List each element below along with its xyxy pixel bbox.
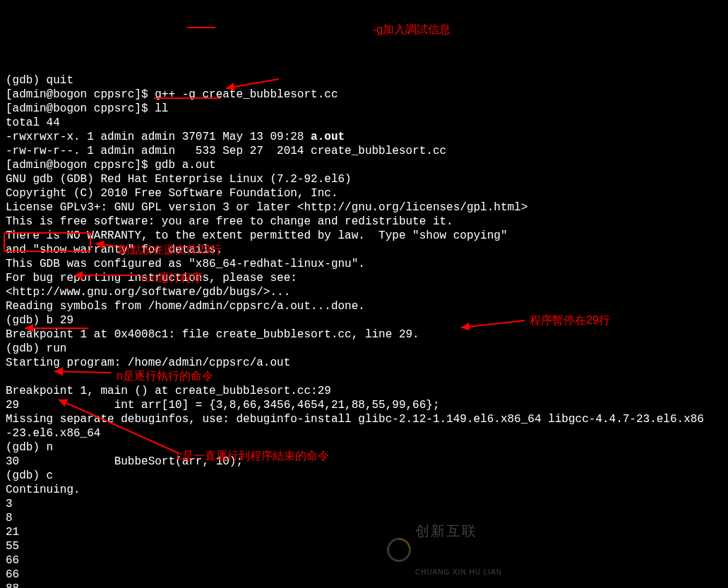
- line: Breakpoint 1, main () at create_bubbleso…: [6, 385, 331, 397]
- line: There is NO WARRANTY, to the extent perm…: [6, 229, 508, 242]
- underline-gflag: [187, 27, 215, 28]
- line: Breakpoint 1 at 0x4008c1: file create_bu…: [6, 328, 419, 341]
- terminal-output[interactable]: (gdb) quit [admin@bogon cppsrc]$ g++ -g …: [0, 56, 728, 588]
- line: total 44: [6, 116, 60, 129]
- command: ll: [155, 102, 168, 115]
- annotation-g-flag: -g加入調試信息: [373, 23, 450, 37]
- prompt: [admin@bogon cppsrc]$: [6, 102, 155, 115]
- output-value: 88: [6, 582, 19, 588]
- line: This GDB was configured as "x86_64-redha…: [6, 258, 365, 270]
- line: GNU gdb (GDB) Red Hat Enterprise Linux (…: [6, 173, 352, 186]
- line: <http://www.gnu.org/software/gdb/bugs/>.…: [6, 286, 290, 299]
- annotation-c-continue: c是一直運行到程序結束的命令: [177, 449, 329, 463]
- line: Missing separate debuginfos, use: debugi…: [6, 413, 704, 426]
- line: This is free software: you are free to c…: [6, 215, 453, 228]
- line: (gdb) quit: [6, 74, 73, 87]
- output-value: 66: [6, 568, 19, 581]
- command: g++ -g create_bubblesort.cc: [155, 88, 338, 101]
- filename-aout: a.out: [311, 131, 345, 143]
- line: -rwxrwxr-x. 1 admin admin 37071 May 13 0…: [6, 131, 311, 143]
- annotation-n-step: n是逐行執行的命令: [117, 369, 213, 383]
- line: License GPLv3+: GNU GPL version 3 or lat…: [6, 201, 527, 214]
- line: Reading symbols from /home/admin/cppsrc/…: [6, 300, 365, 313]
- annotation-pause-29: 程序暫停在29行: [530, 313, 610, 328]
- line: 29 int arr[10] = {3,8,66,3456,4654,21,88…: [6, 399, 440, 412]
- command: gdb a.out: [155, 159, 215, 172]
- line: -23.el6.x86_64: [6, 427, 100, 440]
- prompt: [admin@bogon cppsrc]$: [6, 159, 155, 172]
- annotation-run: run運行程序: [141, 271, 203, 285]
- line: Starting program: /home/admin/cppsrc/a.o…: [6, 356, 290, 369]
- prompt: [admin@bogon cppsrc]$: [6, 88, 155, 101]
- line: Copyright (C) 2010 Free Software Foundat…: [6, 187, 338, 200]
- output-value: 66: [6, 554, 19, 567]
- gdb-command-c: (gdb) c: [6, 469, 53, 482]
- watermark-logo-icon: [382, 533, 416, 567]
- line: -rw-rw-r--. 1 admin admin 533 Sep 27 201…: [6, 145, 446, 157]
- output-value: 21: [6, 526, 19, 539]
- watermark: 创新互联 CHUANG XIN HU LIAN: [387, 494, 502, 588]
- output-value: 55: [6, 540, 19, 553]
- line: Continuing.: [6, 484, 80, 496]
- output-value: 8: [6, 512, 13, 524]
- gdb-command-b: (gdb) b 29: [6, 314, 73, 327]
- gdb-command-n: (gdb) n: [6, 441, 53, 454]
- watermark-name: 创新互联: [415, 522, 502, 540]
- output-value: 3: [6, 498, 13, 510]
- watermark-sub: CHUANG XIN HU LIAN: [415, 568, 502, 577]
- annotation-breakpoint: 斷點設在源文件29行: [119, 243, 222, 257]
- gdb-command-run: (gdb) run: [6, 342, 66, 355]
